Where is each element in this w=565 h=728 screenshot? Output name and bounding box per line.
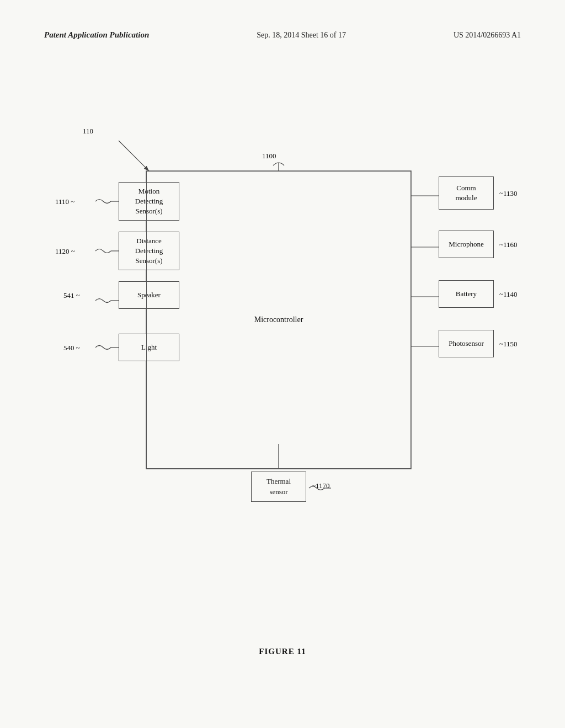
microcontroller-label: Microcontroller — [254, 314, 303, 325]
ref-1100: 1100 — [262, 152, 276, 160]
battery-label: Battery — [456, 289, 477, 299]
ref-110: 110 — [83, 127, 93, 136]
figure-label: FIGURE 11 — [259, 647, 306, 656]
ref-1120: 1120 ~ — [55, 247, 75, 256]
battery-box: Battery — [439, 280, 494, 308]
ref-1150: ~1150 — [499, 340, 518, 349]
photosensor-box: Photosensor — [439, 330, 494, 357]
ref-1110: 1110 ~ — [55, 197, 74, 206]
publication-title: Patent Application Publication — [44, 30, 149, 40]
ref-540: 540 ~ — [63, 344, 80, 352]
date-sheet: Sep. 18, 2014 Sheet 16 of 17 — [257, 31, 346, 40]
ref-541: 541 ~ — [63, 291, 80, 300]
microphone-label: Microphone — [449, 239, 484, 249]
thermal-sensor-label: Thermalsensor — [266, 477, 291, 496]
photosensor-label: Photosensor — [449, 339, 484, 349]
diagram-area: 110 1100 MotionDetectingSensor(s) 1110 ~… — [33, 110, 532, 618]
ref-1140: ~1140 — [499, 290, 518, 299]
patent-number: US 2014/0266693 A1 — [454, 31, 521, 40]
page: Patent Application Publication Sep. 18, … — [0, 0, 565, 728]
comm-module-box: Commmodule — [439, 176, 494, 210]
microphone-box: Microphone — [439, 231, 494, 258]
ref-1170: ~1170 — [312, 481, 330, 490]
ref-1130: ~1130 — [499, 189, 518, 198]
microcontroller-box: Microcontroller — [146, 171, 411, 469]
thermal-sensor-box: Thermalsensor — [251, 472, 306, 502]
svg-line-19 — [119, 141, 149, 171]
header: Patent Application Publication Sep. 18, … — [0, 30, 565, 40]
comm-module-label: Commmodule — [456, 183, 477, 203]
ref-1160: ~1160 — [499, 240, 518, 249]
